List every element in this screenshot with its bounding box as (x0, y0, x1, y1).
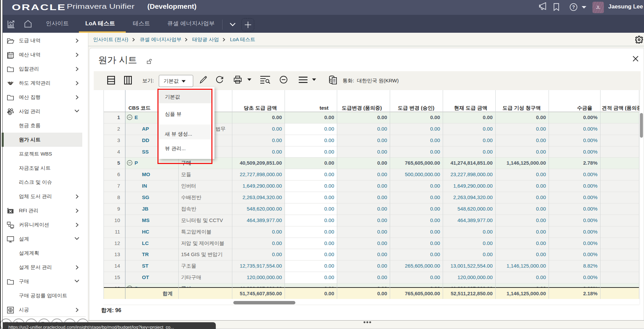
svg-text:?: ? (572, 4, 575, 10)
